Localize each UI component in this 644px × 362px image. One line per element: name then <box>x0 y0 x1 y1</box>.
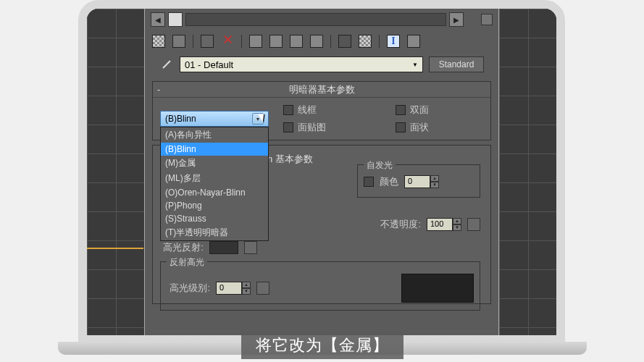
spinner-up-icon[interactable]: ▲ <box>453 218 461 224</box>
go-forward-icon[interactable] <box>407 35 420 48</box>
wire-check-row: 线框 <box>283 104 381 117</box>
faceted-label: 面状 <box>410 121 429 134</box>
opacity-row: 不透明度: 100 ▲ ▼ <box>380 218 480 231</box>
show-in-viewport-icon[interactable] <box>338 35 351 48</box>
put-to-lib-icon[interactable] <box>290 35 303 48</box>
collapse-icon: - <box>157 84 160 95</box>
shader-option-anisotropic[interactable]: (A)各向异性 <box>161 127 268 143</box>
shader-option-phong[interactable]: (P)Phong <box>161 199 268 212</box>
self-illum-color-label: 颜色 <box>380 175 398 188</box>
material-name-text: 01 - Default <box>185 59 233 70</box>
shader-option-translucent[interactable]: (T)半透明明暗器 <box>161 225 268 240</box>
reset-icon[interactable]: ✕ <box>221 35 234 48</box>
material-toolbar: ✕ I <box>145 30 498 52</box>
assign-icon[interactable] <box>201 35 214 48</box>
faceted-check-row: 面状 <box>396 121 484 134</box>
self-illum-spinner[interactable]: 0 ▲ ▼ <box>404 175 439 188</box>
viewport-right <box>498 9 556 335</box>
shader-option-multilayer[interactable]: (ML)多层 <box>161 171 268 186</box>
specular-label: 高光反射: <box>160 241 204 254</box>
sample-nav-bar: ◀ ▶ <box>145 9 498 30</box>
rollout-title: 明暗器基本参数 <box>289 83 355 96</box>
app-screen: ◀ ▶ ✕ <box>87 9 556 335</box>
material-name-row: 01 - Default Standard <box>145 52 498 77</box>
specular-swatch[interactable] <box>209 241 238 254</box>
opacity-value[interactable]: 100 <box>427 218 453 231</box>
self-illum-title: 自发光 <box>364 159 396 172</box>
shader-dropdown-list: (A)各向异性 (B)Blinn (M)金属 (ML)多层 (O)Oren-Na… <box>160 127 269 241</box>
face-map-check-row: 面贴图 <box>283 121 381 134</box>
eyedropper-icon[interactable] <box>159 57 174 72</box>
spinner-up-icon[interactable]: ▲ <box>430 175 439 182</box>
opacity-label: 不透明度: <box>380 218 421 231</box>
get-material-icon[interactable] <box>152 35 165 48</box>
shader-basic-rollout: - 明暗器基本参数 (B)Blinn ▼ (A)各向异性 (B)Blinn <box>152 81 491 140</box>
two-sided-label: 双面 <box>410 104 429 117</box>
face-map-checkbox[interactable] <box>283 122 293 132</box>
nav-scrollbar[interactable] <box>185 13 446 26</box>
spinner-down-icon[interactable]: ▼ <box>453 224 461 231</box>
spinner-down-icon[interactable]: ▼ <box>242 288 251 295</box>
spec-level-label: 高光级别: <box>167 282 210 295</box>
faceted-checkbox[interactable] <box>396 122 406 132</box>
opacity-spinner[interactable]: 100 ▲ ▼ <box>427 218 461 231</box>
shader-combo-field[interactable]: (B)Blinn ▼ <box>160 111 269 127</box>
divider <box>193 35 193 48</box>
material-type-button[interactable]: Standard <box>429 56 484 72</box>
wire-label: 线框 <box>298 104 317 117</box>
show-end-result-icon[interactable] <box>359 35 372 48</box>
two-sided-checkbox[interactable] <box>396 105 406 115</box>
put-to-scene-icon[interactable] <box>172 35 185 48</box>
highlight-preview <box>401 274 474 303</box>
self-illumination-group: 自发光 颜色 0 ▲ ▼ <box>357 164 480 198</box>
specular-row: 高光反射: <box>160 241 257 254</box>
two-sided-check-row: 双面 <box>396 104 484 117</box>
self-illum-value[interactable]: 0 <box>404 175 430 188</box>
divider <box>330 35 331 48</box>
shader-combo[interactable]: (B)Blinn ▼ (A)各向异性 (B)Blinn (M)金属 (ML)多层… <box>160 111 269 127</box>
shader-section: (B)Blinn ▼ (A)各向异性 (B)Blinn (M)金属 (ML)多层… <box>153 98 490 140</box>
specular-map-button[interactable] <box>244 241 257 254</box>
chevron-down-icon: ▼ <box>252 113 264 125</box>
wire-checkbox[interactable] <box>283 105 293 115</box>
face-map-label: 面贴图 <box>298 121 326 134</box>
spec-level-value[interactable]: 0 <box>216 282 242 295</box>
reflect-highlight-group: 反射高光 高光级别: 0 ▲ ▼ <box>160 261 480 311</box>
reflect-highlight-title: 反射高光 <box>167 256 207 269</box>
material-id-icon[interactable] <box>310 35 323 48</box>
nav-next-button[interactable]: ▶ <box>449 12 464 27</box>
shader-option-strauss[interactable]: (S)Strauss <box>161 212 268 225</box>
subtitle-caption: 将它改为【金属】 <box>241 332 403 359</box>
make-unique-icon[interactable] <box>269 35 283 48</box>
spec-level-map-button[interactable] <box>256 282 269 295</box>
shader-option-metal[interactable]: (M)金属 <box>161 156 268 171</box>
viewport-left <box>87 9 145 335</box>
rollout-header[interactable]: - 明暗器基本参数 <box>153 82 490 98</box>
spec-level-spinner[interactable]: 0 ▲ ▼ <box>216 282 251 295</box>
divider <box>379 35 380 48</box>
laptop-frame: ◀ ▶ ✕ <box>78 0 565 344</box>
divider <box>241 35 242 48</box>
shader-selected: (B)Blinn <box>165 114 196 124</box>
spinner-up-icon[interactable]: ▲ <box>242 282 251 288</box>
axis-line <box>87 248 143 249</box>
material-editor-panel: ◀ ▶ ✕ <box>145 9 498 335</box>
go-parent-icon[interactable]: I <box>387 35 400 48</box>
shader-option-oren-nayar[interactable]: (O)Oren-Nayar-Blinn <box>161 186 268 199</box>
spinner-down-icon[interactable]: ▼ <box>430 182 439 188</box>
self-illum-color-checkbox[interactable] <box>364 177 374 187</box>
nav-sample-button[interactable] <box>168 12 183 27</box>
make-copy-icon[interactable] <box>249 35 262 48</box>
material-name-dropdown[interactable]: 01 - Default <box>180 56 423 72</box>
shader-option-blinn[interactable]: (B)Blinn <box>161 143 268 156</box>
opacity-map-button[interactable] <box>467 218 480 231</box>
nav-prev-button[interactable]: ◀ <box>151 12 165 27</box>
nav-slot-button[interactable] <box>481 14 493 25</box>
